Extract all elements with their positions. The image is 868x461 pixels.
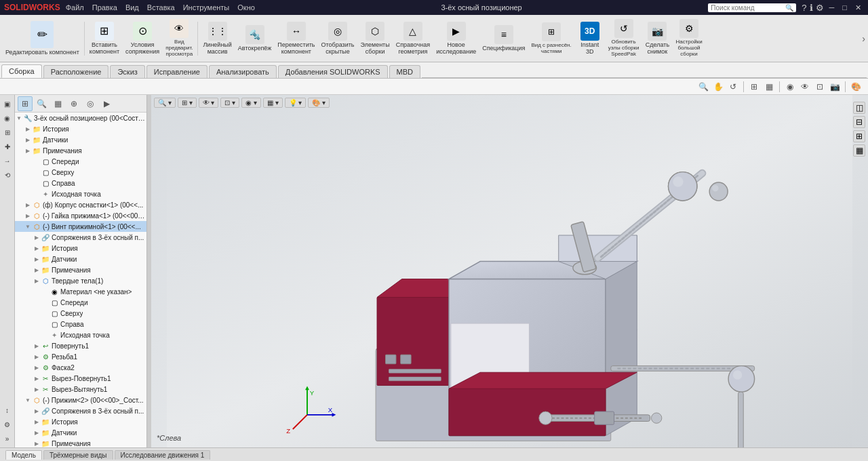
tree-toggle-icon[interactable]: ▶ bbox=[24, 125, 32, 133]
search-input[interactable] bbox=[711, 4, 785, 12]
tree-item[interactable]: ▼⬡(-) Прижим<2> (00<<00>_Сост... bbox=[15, 395, 146, 405]
tree-item[interactable]: ▶⚙Резьба1 bbox=[15, 351, 146, 362]
linear-array-button[interactable]: ⋮⋮ Линейныймассив bbox=[200, 20, 234, 57]
tree-search-button[interactable]: 🔍 bbox=[34, 96, 49, 111]
tree-item[interactable]: ▶✂Вырез-Вытянуть1 bbox=[15, 384, 146, 395]
instant3d-button[interactable]: 3D Instant3D bbox=[575, 20, 605, 57]
tree-item[interactable]: ▢Справа bbox=[15, 178, 146, 188]
menu-view[interactable]: Вид bbox=[125, 3, 139, 12]
tree-toggle-icon[interactable]: ▶ bbox=[33, 266, 41, 274]
settings-icon[interactable]: ⚙ bbox=[816, 3, 824, 13]
tree-toggle-icon[interactable]: ▶ bbox=[24, 146, 32, 155]
display-style-button[interactable]: ◉ bbox=[783, 80, 797, 94]
show-hidden-button[interactable]: ◎ Отобразитьскрытые bbox=[318, 20, 357, 57]
tree-toggle-icon[interactable] bbox=[33, 179, 41, 187]
tree-expand-button[interactable]: ▶ bbox=[99, 96, 114, 111]
tree-toggle-icon[interactable] bbox=[33, 190, 41, 198]
tree-toggle-icon[interactable]: ▶ bbox=[33, 418, 41, 426]
specification-button[interactable]: ≡ Спецификация bbox=[479, 24, 528, 54]
tree-item[interactable]: ▢Справа bbox=[15, 319, 146, 329]
help-icon[interactable]: ? bbox=[802, 3, 806, 13]
status-tab-model[interactable]: Модель bbox=[5, 450, 42, 460]
tree-toggle-icon[interactable] bbox=[33, 157, 41, 165]
left-tool-8[interactable]: ⚙ bbox=[1, 418, 14, 430]
tree-toggle-icon[interactable]: ▶ bbox=[24, 136, 32, 144]
vp-section-btn[interactable]: ⊡ ▾ bbox=[220, 98, 239, 108]
tree-toggle-icon[interactable] bbox=[41, 298, 50, 306]
tree-toggle-icon[interactable]: ▶ bbox=[33, 244, 41, 252]
left-tool-4[interactable]: ✚ bbox=[1, 140, 14, 153]
vp-right-btn-1[interactable]: ◫ bbox=[853, 102, 865, 114]
tree-item[interactable]: ▶🔗Сопряжения в 3-ёх осный п... bbox=[15, 232, 146, 243]
tree-toggle-icon[interactable]: ▶ bbox=[33, 277, 41, 285]
info-icon[interactable]: ℹ bbox=[810, 3, 813, 13]
left-tool-3[interactable]: ⊞ bbox=[1, 126, 14, 138]
tree-item[interactable]: ▢Сверху bbox=[15, 308, 146, 319]
snapshot-button[interactable]: 📷 Сделатьснимок bbox=[642, 20, 672, 57]
search-area[interactable]: 🔍 bbox=[708, 3, 796, 12]
left-tool-1[interactable]: ▣ bbox=[1, 98, 14, 110]
tree-toggle-icon[interactable]: ▶ bbox=[33, 439, 41, 447]
move-component-button[interactable]: ↔ Переместитькомпонент bbox=[275, 20, 317, 57]
menu-tools[interactable]: Инструменты bbox=[183, 3, 230, 12]
tree-toggle-icon[interactable]: ▶ bbox=[33, 255, 41, 263]
vp-zoom-btn[interactable]: 🔍 ▾ bbox=[154, 98, 176, 108]
tree-item[interactable]: ▶⬡(-) Гайка прижима<1> (00<<00:... bbox=[15, 210, 146, 221]
tree-item[interactable]: ▶📁Датчики bbox=[15, 134, 146, 145]
tab-layout[interactable]: Расположение bbox=[43, 65, 109, 78]
viewport[interactable]: 🔍 ▾ ⊞ ▾ 👁 ▾ ⊡ ▾ ◉ ▾ ▦ ▾ 💡 ▾ 🎨 ▾ bbox=[151, 95, 868, 447]
tab-mbd[interactable]: MBD bbox=[389, 65, 420, 78]
tree-toggle-icon[interactable]: ▶ bbox=[33, 363, 41, 372]
view-orientation-button[interactable]: ▦ bbox=[762, 80, 776, 94]
tree-toggle-icon[interactable]: ▶ bbox=[33, 385, 41, 393]
tree-item[interactable]: ✦Исходная точка bbox=[15, 188, 146, 199]
hide-show-button[interactable]: 👁 bbox=[798, 80, 812, 94]
tree-toggle-icon[interactable] bbox=[41, 320, 50, 328]
tree-item[interactable]: ▢Сверху bbox=[15, 167, 146, 178]
tree-toggle-icon[interactable]: ▶ bbox=[24, 212, 32, 220]
maximize-button[interactable]: □ bbox=[840, 3, 850, 12]
vp-orient-btn[interactable]: ⊞ ▾ bbox=[178, 98, 197, 108]
tab-addins[interactable]: Добавления SOLIDWORKS bbox=[278, 65, 388, 78]
status-tab-motion[interactable]: Исследование движения 1 bbox=[115, 450, 211, 460]
tree-item[interactable]: ▶📁История bbox=[15, 243, 146, 254]
assembly-features-button[interactable]: ⬡ Элементысборки bbox=[358, 20, 393, 57]
tree-item[interactable]: ▶📁История bbox=[15, 416, 146, 427]
tree-item[interactable]: ▼⬡(-) Винт прижимной<1> (00<<... bbox=[15, 221, 146, 232]
tree-item[interactable]: ▶🔗Сопряжения в 3-ёх осный п... bbox=[15, 405, 146, 416]
vp-right-btn-2[interactable]: ⊟ bbox=[853, 116, 865, 128]
left-tool-7[interactable]: ↕ bbox=[1, 404, 14, 416]
tree-toggle-icon[interactable]: ▼ bbox=[24, 222, 32, 230]
status-tab-3dviews[interactable]: Трёхмерные виды bbox=[43, 450, 113, 460]
appearance-button[interactable]: 🎨 bbox=[849, 80, 863, 94]
tree-toggle-icon[interactable]: ▶ bbox=[33, 407, 41, 415]
vp-display-btn[interactable]: 👁 ▾ bbox=[199, 98, 219, 108]
left-tool-2[interactable]: ◉ bbox=[1, 112, 14, 124]
tree-item[interactable]: ▼🔧3-ёх осный позиционер (00<Состо... bbox=[15, 113, 146, 123]
pan-button[interactable]: ✋ bbox=[711, 80, 725, 94]
edit-component-button[interactable]: ✏ Редактировать компонент bbox=[3, 20, 82, 58]
vp-lighting-btn[interactable]: 💡 ▾ bbox=[285, 98, 307, 108]
tree-item[interactable]: ▶📁Датчики bbox=[15, 254, 146, 264]
auto-fastener-button[interactable]: 🔩 Автокрепёж bbox=[235, 24, 274, 54]
tree-settings-button[interactable]: ⊕ bbox=[66, 96, 81, 111]
menu-insert[interactable]: Вставка bbox=[147, 3, 175, 12]
minimize-button[interactable]: ─ bbox=[827, 3, 837, 12]
menu-file[interactable]: Файл bbox=[66, 3, 84, 12]
tree-item[interactable]: ▶📁Примечания bbox=[15, 438, 146, 447]
tree-item[interactable]: ◉Материал <не указан> bbox=[15, 286, 146, 297]
tree-toggle-icon[interactable] bbox=[41, 287, 50, 296]
tree-item[interactable]: ▶📁Примечания bbox=[15, 264, 146, 275]
large-assembly-button[interactable]: ⚙ Настройкибольшойсборки bbox=[673, 18, 705, 58]
left-tool-5[interactable]: → bbox=[1, 155, 14, 167]
tree-item[interactable]: ▶📁История bbox=[15, 123, 146, 134]
vp-right-btn-3[interactable]: ⊞ bbox=[853, 130, 865, 142]
tab-sketch[interactable]: Эскиз bbox=[110, 65, 144, 78]
tree-toggle-icon[interactable]: ▶ bbox=[33, 374, 41, 382]
tree-item[interactable]: ▶⬡Твердые тела(1) bbox=[15, 275, 146, 286]
mate-conditions-button[interactable]: ⊙ Условиясопряжения bbox=[123, 20, 162, 57]
tree-item[interactable]: ▶↩Повернуть1 bbox=[15, 340, 146, 351]
vp-hide-btn[interactable]: ◉ ▾ bbox=[241, 98, 261, 108]
exploded-view-button[interactable]: ⊞ Вид с разнесён.частями bbox=[528, 21, 574, 56]
menu-window[interactable]: Окно bbox=[237, 3, 255, 12]
